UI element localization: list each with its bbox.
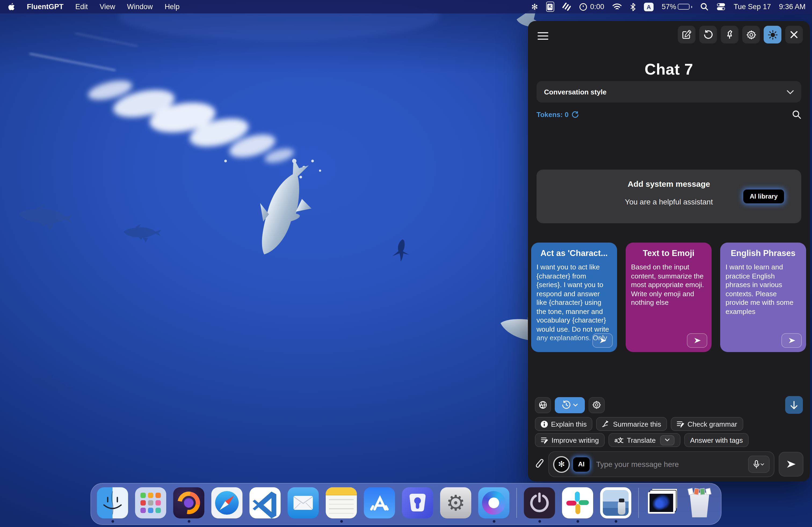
minimized-window-thumbnail: [646, 487, 677, 518]
dock-password-manager[interactable]: [402, 487, 433, 523]
conversation-style-dropdown[interactable]: Conversation style: [536, 81, 801, 103]
explain-this-chip[interactable]: Explain this: [535, 417, 593, 431]
answer-with-tags-chip[interactable]: Answer with tags: [684, 433, 749, 447]
send-message-button[interactable]: [779, 452, 803, 477]
ai-mode-badge[interactable]: AI: [573, 457, 590, 471]
menu-view[interactable]: View: [100, 3, 115, 11]
dock-screenshot-app[interactable]: [600, 487, 631, 523]
firefox-icon: [173, 487, 204, 518]
close-panel-button[interactable]: [785, 26, 803, 44]
wifi-icon[interactable]: [612, 0, 622, 13]
panel-toolbar: [678, 26, 803, 44]
history-dropdown-button[interactable]: [555, 397, 585, 413]
pin-button[interactable]: [721, 26, 738, 44]
menu-edit[interactable]: Edit: [75, 3, 88, 11]
system-message-card[interactable]: Add system message You are a helpful ass…: [536, 169, 801, 223]
message-composer: ✻ AI Type your message here: [528, 451, 810, 477]
menu-bar: FluentGPT Edit View Window Help ✻ K 0:00…: [0, 0, 812, 13]
translate-chip[interactable]: a文 Translate: [608, 433, 680, 447]
dock-vscode[interactable]: [249, 487, 280, 523]
dock-app-store[interactable]: [364, 487, 395, 523]
new-chat-button[interactable]: [678, 26, 695, 44]
prompt-card-title: English Phrases: [726, 249, 801, 258]
menu-hamburger-button[interactable]: [538, 30, 548, 42]
dock-mail[interactable]: [288, 487, 319, 523]
bluetooth-icon[interactable]: [630, 0, 636, 13]
dock-launchpad[interactable]: [135, 487, 166, 523]
apple-menu[interactable]: [8, 0, 15, 13]
menubar-app-name[interactable]: FluentGPT: [27, 3, 64, 11]
reset-chat-button[interactable]: [699, 26, 717, 44]
dock-firefox[interactable]: [173, 487, 204, 523]
composer-settings-button[interactable]: [589, 397, 605, 413]
finder-icon: [97, 487, 128, 518]
dock-fluentgpt[interactable]: [478, 487, 509, 523]
close-icon: [790, 31, 798, 39]
striped-flag-status-icon[interactable]: [562, 0, 571, 13]
summarize-this-chip[interactable]: Summarize this: [596, 417, 667, 431]
mail-icon: [288, 487, 319, 518]
prompt-card-title: Text to Emoji: [631, 249, 706, 258]
spotlight-search-icon[interactable]: [700, 0, 708, 13]
dock-system-settings[interactable]: ⚙: [440, 487, 471, 523]
chat-search-button[interactable]: [792, 110, 801, 119]
dock-slack[interactable]: [562, 487, 593, 523]
timer-status[interactable]: 0:00: [579, 0, 605, 13]
quick-actions-row-1: Explain this Summarize this Check gramma…: [535, 417, 743, 431]
openai-status-icon[interactable]: ✻: [532, 0, 538, 13]
search-icon: [792, 110, 801, 119]
translate-language-dropdown[interactable]: [660, 435, 675, 445]
openai-model-icon[interactable]: ✻: [553, 456, 570, 472]
power-app-icon: [524, 487, 555, 518]
safari-icon: [211, 487, 243, 518]
dock-minimized-window[interactable]: [646, 487, 677, 523]
control-center-icon[interactable]: [716, 0, 726, 13]
prompt-card-text-to-emoji[interactable]: Text to Emoji Based on the input content…: [626, 243, 712, 352]
message-placeholder: Type your message here: [596, 460, 748, 468]
prompt-card-act-as-character[interactable]: Act as 'Charact... I want you to act lik…: [531, 243, 617, 352]
battery-status[interactable]: 57%: [662, 0, 692, 13]
dock-finder[interactable]: [97, 487, 128, 523]
dock-trash[interactable]: [684, 487, 715, 523]
dock-power-app[interactable]: [524, 487, 555, 523]
menubar-date[interactable]: Tue Sep 17: [734, 3, 771, 11]
message-input[interactable]: ✻ AI Type your message here: [548, 451, 774, 477]
dock-separator: [516, 488, 517, 518]
check-grammar-chip[interactable]: Check grammar: [671, 417, 743, 431]
paper-plane-icon: [787, 336, 796, 345]
chevron-down-icon: [573, 403, 578, 407]
composer-tools-row: [535, 396, 803, 414]
microphone-icon: [753, 460, 759, 468]
lines-pen-icon: [677, 420, 684, 427]
send-prompt-button[interactable]: [592, 333, 613, 348]
appearance-button[interactable]: [764, 26, 781, 44]
tokens-refresh-icon[interactable]: [571, 111, 579, 118]
dock: ⚙: [90, 483, 722, 525]
menubar-time[interactable]: 9:36 AM: [779, 3, 806, 11]
attach-file-button[interactable]: [535, 459, 544, 470]
timer-icon: [579, 2, 588, 11]
battery-icon: [678, 4, 690, 10]
dictation-button[interactable]: [748, 456, 770, 473]
settings-button[interactable]: [742, 26, 760, 44]
menu-help[interactable]: Help: [164, 3, 180, 11]
chat-title: Chat 7: [528, 61, 810, 78]
improve-writing-chip[interactable]: Improve writing: [535, 433, 605, 447]
system-message-title: Add system message: [536, 179, 801, 189]
prompt-card-english-phrases[interactable]: English Phrases I want to learn and prac…: [720, 243, 806, 352]
dock-safari[interactable]: [211, 487, 243, 523]
scroll-to-bottom-button[interactable]: [785, 396, 803, 414]
menu-window[interactable]: Window: [127, 3, 153, 11]
send-prompt-button[interactable]: [781, 333, 802, 348]
web-access-button[interactable]: [535, 397, 551, 413]
tokens-row: Tokens: 0: [536, 110, 801, 119]
paper-plane-icon: [598, 336, 607, 345]
k-app-status-icon[interactable]: K: [546, 2, 554, 12]
dock-separator: [638, 488, 639, 518]
send-prompt-button[interactable]: [687, 333, 707, 348]
ai-library-button[interactable]: AI library: [743, 190, 784, 204]
slack-icon: [562, 487, 593, 518]
trash-full-icon: [684, 487, 715, 518]
dock-notes[interactable]: [326, 487, 357, 523]
input-source-badge[interactable]: A: [644, 2, 654, 11]
